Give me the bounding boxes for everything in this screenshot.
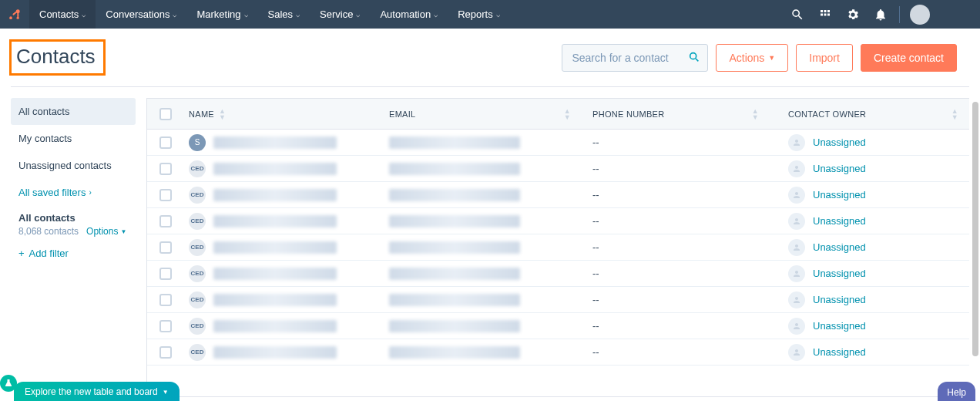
contact-email-redacted [389,346,520,359]
contact-name-redacted [213,268,337,280]
row-checkbox[interactable] [159,189,172,201]
column-header-email[interactable]: EMAIL ▲▼ [389,108,582,120]
column-header-owner[interactable]: CONTACT OWNER ▲▼ [770,108,969,120]
table-row[interactable]: CED--Unassigned [147,182,969,208]
sidebar-item-unassigned-contacts[interactable]: Unassigned contacts [11,152,136,179]
contact-email-redacted [389,215,520,227]
actions-button[interactable]: Actions▼ [716,44,788,72]
contact-phone: -- [582,294,770,305]
import-button[interactable]: Import [796,44,853,72]
row-checkbox[interactable] [159,294,172,306]
add-filter-button[interactable]: + Add filter [11,237,136,270]
nav-item-sales[interactable]: Sales⌵ [258,0,310,29]
contact-name-redacted [213,136,337,149]
notifications-bell-icon[interactable] [867,0,894,29]
contact-avatar: CED [189,239,206,256]
contact-owner-link[interactable]: Unassigned [813,136,866,148]
table-row[interactable]: S--Unassigned [147,130,969,156]
sort-icon: ▲▼ [564,108,571,120]
row-checkbox[interactable] [159,346,172,359]
search-icon[interactable] [784,0,811,29]
sidebar-item-all-contacts[interactable]: All contacts [11,98,136,125]
contact-phone: -- [582,268,770,279]
scrollbar[interactable] [972,102,978,356]
options-link[interactable]: Options ▼ [86,226,126,237]
contact-email-redacted [389,294,520,306]
contact-email-redacted [389,268,520,280]
nav-item-service[interactable]: Service⌵ [310,0,370,29]
contact-email-redacted [389,241,520,254]
table-row[interactable]: CED--Unassigned [147,287,969,313]
table-row[interactable]: CED--Unassigned [147,156,969,182]
row-checkbox[interactable] [159,163,172,175]
contact-owner-link[interactable]: Unassigned [813,268,866,279]
row-checkbox[interactable] [159,136,172,149]
nav-item-contacts[interactable]: Contacts⌵ [29,0,96,29]
page-header: Contacts Actions▼ Import Create contact [0,29,980,80]
table-row[interactable]: CED--Unassigned [147,234,969,261]
contact-avatar: CED [189,318,206,335]
contact-owner-link[interactable]: Unassigned [813,241,866,253]
table-header: NAME ▲▼ EMAIL ▲▼ PHONE NUMBER ▲▼ CONTACT… [147,99,969,130]
sidebar-item-my-contacts[interactable]: My contacts [11,125,136,152]
search-input[interactable] [562,44,708,72]
chevron-down-icon: ⌵ [173,11,176,19]
row-checkbox[interactable] [159,268,172,280]
settings-gear-icon[interactable] [839,0,867,29]
column-header-name[interactable]: NAME ▲▼ [184,108,389,120]
row-checkbox[interactable] [159,241,172,254]
chevron-down-icon: ⌵ [296,11,300,19]
contact-phone: -- [582,215,770,227]
contact-avatar: S [189,134,206,151]
caret-down-icon: ▼ [768,54,775,62]
contact-email-redacted [389,136,520,149]
all-saved-filters-link[interactable]: All saved filters › [11,179,136,206]
explore-banner[interactable]: Explore the new table and board ▼ [14,382,180,401]
user-avatar[interactable] [906,0,934,29]
contact-email-redacted [389,189,520,201]
owner-avatar [788,318,805,335]
marketplace-icon[interactable] [811,0,839,29]
nav-item-automation[interactable]: Automation⌵ [370,0,448,29]
table-row[interactable]: CED--Unassigned [147,313,969,339]
table-row[interactable]: CED--Unassigned [147,261,969,287]
plus-icon: + [18,248,25,259]
chevron-down-icon: ⌵ [244,11,248,19]
contact-owner-link[interactable]: Unassigned [813,320,866,332]
contact-owner-link[interactable]: Unassigned [813,294,866,305]
nav-item-conversations[interactable]: Conversations⌵ [96,0,186,29]
chevron-down-icon: ⌵ [434,11,438,19]
nav-item-reports[interactable]: Reports⌵ [448,0,510,29]
chevron-down-icon: ⌵ [356,11,360,19]
table-row[interactable]: CED--Unassigned [147,339,969,366]
svg-rect-4 [17,12,18,17]
contact-owner-link[interactable]: Unassigned [813,189,866,200]
contact-avatar: CED [189,291,206,308]
sidebar: All contactsMy contactsUnassigned contac… [0,98,146,397]
nav-item-marketing[interactable]: Marketing⌵ [186,0,257,29]
help-button[interactable]: Help [938,382,975,401]
hubspot-logo-icon[interactable] [0,0,29,29]
contact-name-redacted [213,320,337,332]
table-row[interactable]: CED--Unassigned [147,208,969,234]
contact-owner-link[interactable]: Unassigned [813,215,866,227]
select-all-checkbox[interactable] [159,108,172,120]
contact-name-redacted [213,215,337,227]
contact-phone: -- [582,320,770,332]
chevron-right-icon: › [89,188,91,197]
owner-avatar [788,239,805,256]
row-checkbox[interactable] [159,215,172,227]
column-header-phone[interactable]: PHONE NUMBER ▲▼ [582,108,770,120]
create-contact-button[interactable]: Create contact [861,44,957,72]
owner-avatar [788,134,805,151]
chevron-down-icon: ⌵ [82,11,86,19]
row-checkbox[interactable] [159,320,172,332]
caret-down-icon: ▼ [120,228,126,235]
contact-owner-link[interactable]: Unassigned [813,163,866,174]
contact-name-redacted [213,241,337,254]
contact-search[interactable] [562,44,708,72]
contact-count: 8,068 contacts [18,226,79,237]
contact-email-redacted [389,320,520,332]
nav-divider [899,6,900,23]
contact-owner-link[interactable]: Unassigned [813,346,866,358]
